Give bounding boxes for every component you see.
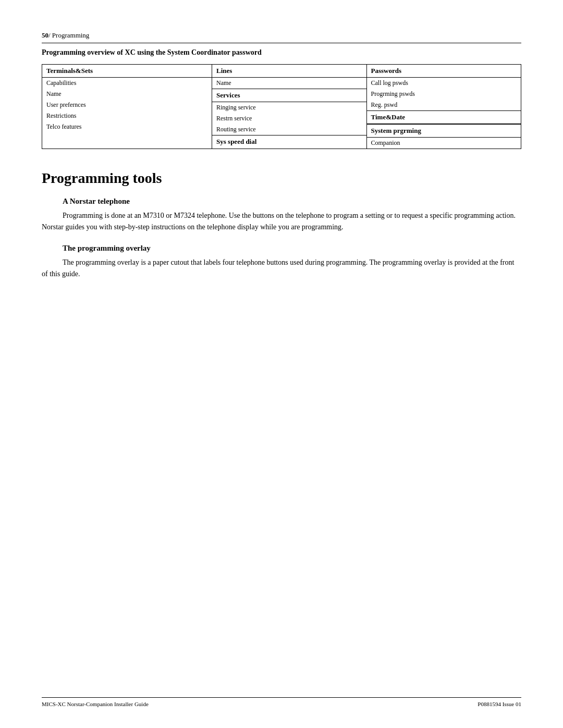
pw-call-log: Call log pswds xyxy=(367,78,521,89)
footer-left: MICS-XC Norstar-Companion Installer Guid… xyxy=(42,701,149,707)
ts-item-user-prefernces: User prefernces xyxy=(42,100,212,110)
norstar-telephone-text: Programming is done at an M7310 or M7324… xyxy=(42,210,521,233)
lines-services-column: Lines Name Services Ringing service Rest… xyxy=(212,65,366,149)
time-date-header: Time&Date xyxy=(367,110,521,124)
ts-item-telco: Telco features xyxy=(42,121,212,132)
programming-overlay-heading: The programming overlay xyxy=(42,244,521,253)
overview-table: Terminals&Sets Capabilities Name User pr… xyxy=(42,64,521,149)
page-footer: MICS-XC Norstar-Companion Installer Guid… xyxy=(42,697,521,707)
ts-item-restrictions: Restrictions xyxy=(42,110,212,121)
services-restrn: Restrn service xyxy=(212,113,366,124)
terminals-sets-column: Terminals&Sets Capabilities Name User pr… xyxy=(42,65,212,149)
programming-tools-heading: Programming tools xyxy=(42,170,521,187)
services-routing: Routing service xyxy=(212,124,366,135)
system-prgrming-header: System prgrming xyxy=(367,124,521,138)
services-ringing: Ringing service xyxy=(212,102,366,113)
pw-progrming: Progrming pswds xyxy=(367,89,521,100)
companion-item: Companion xyxy=(367,138,521,149)
page-header: 50/ Programming xyxy=(42,31,521,43)
pw-reg: Reg. pswd xyxy=(367,100,521,110)
section-title: Programming overview of XC using the Sys… xyxy=(42,48,521,57)
norstar-telephone-heading: A Norstar telephone xyxy=(42,197,521,206)
lines-header: Lines xyxy=(212,65,366,78)
page-label: / Programming xyxy=(48,31,89,39)
page: 50/ Programming Programming overview of … xyxy=(0,0,563,728)
terminals-sets-header: Terminals&Sets xyxy=(42,65,212,78)
services-subheader: Services xyxy=(212,89,366,102)
footer-right: P0881594 Issue 01 xyxy=(478,701,521,707)
ts-item-capabilities: Capabilities xyxy=(42,78,212,89)
lines-name-item: Name xyxy=(212,78,366,89)
passwords-column: Passwords Call log pswds Progrming pswds… xyxy=(367,65,521,149)
page-number: 50 xyxy=(42,31,48,39)
sys-speed-label: Sys speed dial xyxy=(216,138,256,145)
passwords-header: Passwords xyxy=(367,65,521,78)
ts-item-name: Name xyxy=(42,89,212,100)
programming-overlay-text: The programming overlay is a paper cutou… xyxy=(42,257,521,280)
sys-speed-section: Sys speed dial xyxy=(212,135,366,148)
